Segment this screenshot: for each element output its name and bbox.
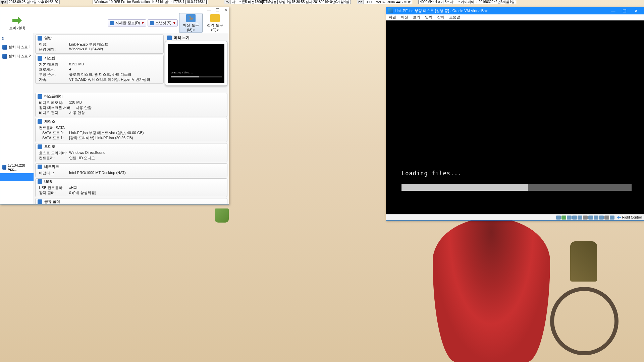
globe-icon [210, 14, 220, 22]
vm-list[interactable]: 2 설치 테스트 1 설치 테스트 2 17134.228 App... [0, 33, 34, 204]
vm-list-item-selected[interactable] [0, 173, 34, 181]
vm-title: Link-PE.iso 부팅 테스트 [실행 중] - Oracle VM Vi… [395, 8, 488, 13]
section-title: 일반 [44, 36, 52, 41]
hammer-icon [186, 14, 196, 22]
vm-icon [2, 54, 7, 59]
menu-file[interactable]: 파일 [389, 15, 396, 20]
minimize-button[interactable]: — [607, 8, 619, 13]
virtualbox-vm-window: Link-PE.iso 부팅 테스트 [실행 중] - Oracle VM Vi… [386, 7, 644, 221]
show-label[interactable]: 보이기(H) [9, 26, 25, 30]
menu-view[interactable]: 보기 [413, 15, 420, 20]
virtualbox-manager-window: — ☐ ✕ 보이기(H) 자세한 정보(D)▾ 스냅샷(S)▾ 머신 도구(M)… [0, 7, 229, 204]
preview-icon [167, 36, 172, 40]
section-title: 저장소 [44, 119, 55, 124]
recording-icon[interactable] [594, 216, 598, 220]
usb-icon [38, 179, 42, 184]
system-icon [38, 56, 42, 61]
maximize-button[interactable]: ☐ [619, 8, 630, 13]
shared-status-icon[interactable] [583, 216, 588, 220]
storage-icon [38, 119, 42, 124]
shared-folder-icon [38, 199, 42, 204]
vm-icon [2, 45, 7, 50]
hostkey-arrow-icon [617, 216, 621, 220]
section-title: 시스템 [44, 56, 55, 61]
vm-list-item[interactable]: 설치 테스트 2 [0, 52, 34, 61]
section-title: 네트워크 [44, 164, 59, 169]
optical-icon[interactable] [561, 216, 566, 220]
maximize-button[interactable]: ☐ [216, 8, 219, 12]
mouse-status-icon[interactable] [604, 216, 609, 220]
vm-icon [2, 165, 6, 170]
boot-progressbar [401, 184, 632, 191]
snapshots-button[interactable]: 스냅샷(S)▾ [148, 19, 178, 26]
vm-list-item[interactable]: 17134.228 App... [0, 161, 34, 173]
vm-menubar[interactable]: 파일 머신 보기 입력 장치 도움말 [386, 14, 644, 20]
loading-text: Loading files... [401, 170, 462, 177]
manager-toolbar: 보이기(H) 자세한 정보(D)▾ 스냅샷(S)▾ 머신 도구(M)▾ 전역 도… [0, 13, 229, 33]
machine-tools-button[interactable]: 머신 도구(M)▾ [179, 13, 203, 33]
section-title: 디스플레이 [44, 94, 63, 99]
close-button[interactable]: ✕ [630, 8, 642, 13]
manager-titlebar[interactable]: — ☐ ✕ [0, 7, 229, 13]
vm-list-item[interactable]: 2 [0, 35, 34, 43]
snapshots-icon [150, 21, 154, 25]
vbox-icon [388, 8, 393, 13]
cpu-status-icon[interactable] [599, 216, 604, 220]
vm-details-pane: 일반 이름:Link-PE,iso 부팅 테스트 운영 체제:Windows 8… [34, 33, 229, 204]
vm-statusbar: Right Control [386, 214, 644, 220]
minimize-button[interactable]: — [207, 8, 211, 12]
global-tools-button[interactable]: 전역 도구(G)▾ [203, 13, 227, 33]
keyboard-status-icon[interactable] [610, 216, 614, 220]
audio-icon [38, 144, 42, 149]
details-icon [110, 21, 114, 25]
general-icon [38, 36, 42, 41]
network-status-icon[interactable] [572, 216, 577, 220]
desktop-info-strip: qaz2018.09.23 일요일 오후 04:58:20 Windows 10… [0, 0, 644, 5]
menu-input[interactable]: 입력 [425, 15, 432, 20]
usb-status-icon[interactable] [578, 216, 582, 220]
menu-machine[interactable]: 머신 [401, 15, 408, 20]
display-status-icon[interactable] [588, 216, 593, 220]
vm-preview: 미리 보기 Loading files... [165, 35, 227, 86]
section-title: USB [44, 180, 52, 184]
close-button[interactable]: ✕ [224, 8, 227, 12]
audio-status-icon[interactable] [567, 216, 572, 220]
display-icon [38, 94, 42, 99]
vm-list-item[interactable]: 설치 테스트 1 [0, 43, 34, 52]
section-title: 오디오 [44, 144, 55, 149]
menu-devices[interactable]: 장치 [437, 15, 444, 20]
show-icon [12, 17, 22, 24]
section-title: 공유 폴더 [44, 199, 60, 204]
menu-help[interactable]: 도움말 [449, 15, 460, 20]
host-key-indicator[interactable]: Right Control [617, 216, 642, 220]
preview-progressbar [171, 76, 222, 77]
recycle-bin-icon[interactable] [215, 208, 229, 223]
vm-display[interactable]: Loading files... [386, 20, 644, 214]
network-icon [38, 165, 42, 169]
vm-titlebar[interactable]: Link-PE.iso 부팅 테스트 [실행 중] - Oracle VM Vi… [386, 7, 644, 14]
details-button[interactable]: 자세한 정보(D)▾ [108, 19, 146, 26]
hdd-icon[interactable] [556, 216, 561, 220]
